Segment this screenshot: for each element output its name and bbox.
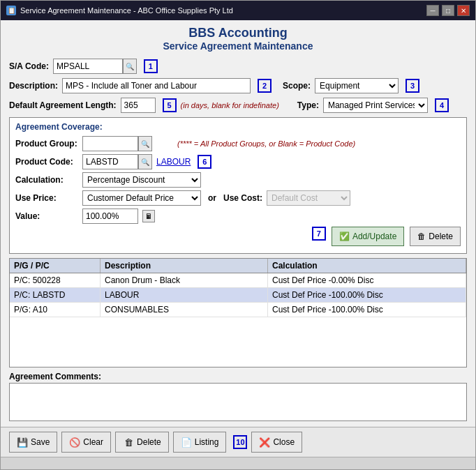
use-price-select[interactable]: Customer Default Price xyxy=(82,190,201,206)
title-bar: 📋 Service Agreement Maintenance - ABC Of… xyxy=(1,1,475,20)
delete-button[interactable]: 🗑 Delete xyxy=(115,432,169,453)
calculator-icon[interactable]: 🖩 xyxy=(142,210,155,222)
maximize-button[interactable]: □ xyxy=(442,5,454,16)
save-label: Save xyxy=(31,437,50,447)
agreement-coverage-section: Agreement Coverage: Product Group: 🔍 (**… xyxy=(9,117,467,254)
product-code-label: Product Code: xyxy=(15,157,78,167)
badge-3: 3 xyxy=(406,79,419,93)
sa-code-row: S/A Code: 🔍 1 xyxy=(9,59,467,74)
sa-code-label: S/A Code: xyxy=(9,61,49,71)
cell-desc-0: Canon Drum - Black xyxy=(101,273,268,287)
product-group-search-button[interactable]: 🔍 xyxy=(138,136,152,151)
calculation-select[interactable]: Percentage Discount xyxy=(82,172,201,188)
coverage-delete-button[interactable]: 🗑 Delete xyxy=(410,227,461,246)
cell-calc-2: Cust Def Price -100.00% Disc xyxy=(268,303,466,317)
default-length-label: Default Agreement Length: xyxy=(9,100,117,110)
clear-button[interactable]: 🚫 Clear xyxy=(61,432,111,453)
cell-calc-0: Cust Def Price -0.00% Disc xyxy=(268,273,466,287)
default-length-row: Default Agreement Length: 5 (in days, bl… xyxy=(9,98,467,113)
close-label: Close xyxy=(273,437,295,447)
table-body: P/C: 500228 Canon Drum - Black Cust Def … xyxy=(10,273,466,317)
table-row[interactable]: P/C: 500228 Canon Drum - Black Cust Def … xyxy=(10,273,466,288)
calculation-row: Calculation: Percentage Discount xyxy=(15,172,461,188)
description-label: Description: xyxy=(9,81,58,91)
scope-select[interactable]: Equipment xyxy=(315,78,399,93)
cell-pgpc-0: P/C: 500228 xyxy=(10,273,101,287)
default-length-note: (in days, blank for indefinate) xyxy=(181,101,279,109)
use-cost-select[interactable]: Default Cost xyxy=(267,190,350,206)
badge-2: 2 xyxy=(258,79,272,93)
col-calculation: Calculation xyxy=(268,259,466,273)
minimize-button[interactable]: ─ xyxy=(426,5,439,16)
coverage-note: (**** = All Product Groups, or Blank = P… xyxy=(177,139,355,148)
title-bar-left: 📋 Service Agreement Maintenance - ABC Of… xyxy=(6,6,233,15)
comments-textarea[interactable] xyxy=(9,383,467,421)
product-code-row: Product Code: 🔍 LABOUR 6 xyxy=(15,154,461,169)
sa-code-input[interactable] xyxy=(53,59,123,74)
product-code-input[interactable] xyxy=(82,154,138,169)
product-group-input-group: 🔍 xyxy=(82,136,152,151)
value-input[interactable] xyxy=(82,209,138,224)
table-row[interactable]: P/C: LABSTD LABOUR Cust Def Price -100.0… xyxy=(10,288,466,303)
value-label: Value: xyxy=(15,211,78,221)
product-group-label: Product Group: xyxy=(15,139,78,149)
value-row: Value: 🖩 xyxy=(15,209,461,224)
listing-icon: 📄 xyxy=(181,437,192,448)
badge-1: 1 xyxy=(144,59,158,73)
type-label: Type: xyxy=(297,100,319,110)
labour-link[interactable]: LABOUR xyxy=(156,157,191,167)
main-content: BBS Accounting Service Agreement Mainten… xyxy=(1,20,475,427)
product-code-search-button[interactable]: 🔍 xyxy=(138,154,152,169)
coverage-title: Agreement Coverage: xyxy=(15,122,461,132)
header: BBS Accounting Service Agreement Mainten… xyxy=(9,26,467,52)
cell-pgpc-2: P/G: A10 xyxy=(10,303,101,317)
save-icon: 💾 xyxy=(17,437,28,448)
badge-7: 7 xyxy=(312,227,326,241)
use-price-row: Use Price: Customer Default Price or Use… xyxy=(15,190,461,206)
sa-code-input-group: 🔍 xyxy=(53,59,137,74)
badge-6: 6 xyxy=(198,155,211,169)
listing-button[interactable]: 📄 Listing xyxy=(173,432,227,453)
footer-bar: 💾 Save 🚫 Clear 🗑 Delete 📄 Listing 10 ❌ C… xyxy=(1,427,475,457)
app-icon: 📋 xyxy=(6,6,16,15)
badge-10: 10 xyxy=(233,435,247,449)
add-update-label: Add/Update xyxy=(352,232,396,241)
listing-label: Listing xyxy=(195,437,219,447)
coverage-table: P/G / P/C Description Calculation P/C: 5… xyxy=(9,258,467,367)
col-pgpc: P/G / P/C xyxy=(10,259,101,273)
coverage-buttons-row: 7 ✅ Add/Update 🗑 Delete xyxy=(15,227,461,246)
close-window-button[interactable]: ✕ xyxy=(457,5,470,16)
cell-desc-2: CONSUMABLES xyxy=(101,303,268,317)
sa-code-search-button[interactable]: 🔍 xyxy=(123,59,137,74)
main-window: 📋 Service Agreement Maintenance - ABC Of… xyxy=(0,0,476,470)
or-text: or xyxy=(208,193,216,203)
description-row: Description: 2 Scope: Equipment 3 xyxy=(9,78,467,93)
status-bar xyxy=(1,457,475,469)
description-input[interactable] xyxy=(62,78,251,93)
coverage-delete-label: Delete xyxy=(429,232,453,241)
close-button[interactable]: ❌ Close xyxy=(251,432,302,453)
badge-4: 4 xyxy=(435,98,449,112)
comments-label: Agreement Comments: xyxy=(9,372,467,381)
type-select[interactable]: Managed Print Services xyxy=(323,98,428,113)
cell-calc-1: Cust Def Price -100.00% Disc xyxy=(268,288,466,302)
save-button[interactable]: 💾 Save xyxy=(9,432,57,453)
product-code-input-group: 🔍 xyxy=(82,154,152,169)
title-bar-controls: ─ □ ✕ xyxy=(426,5,470,16)
product-group-input[interactable] xyxy=(82,136,138,151)
product-group-row: Product Group: 🔍 (**** = All Product Gro… xyxy=(15,136,461,151)
calculation-label: Calculation: xyxy=(15,175,78,185)
add-update-button[interactable]: ✅ Add/Update xyxy=(332,227,404,246)
use-price-label: Use Price: xyxy=(15,193,78,203)
cell-desc-1: LABOUR xyxy=(101,288,268,302)
default-length-input[interactable] xyxy=(121,98,156,113)
delete-coverage-icon: 🗑 xyxy=(417,232,426,241)
col-description: Description xyxy=(101,259,268,273)
cell-pgpc-1: P/C: LABSTD xyxy=(10,288,101,302)
delete-label: Delete xyxy=(137,437,161,447)
footer-close-icon: ❌ xyxy=(259,437,270,448)
table-row[interactable]: P/G: A10 CONSUMABLES Cust Def Price -100… xyxy=(10,303,466,317)
clear-icon: 🚫 xyxy=(69,437,80,448)
scope-label: Scope: xyxy=(283,81,311,91)
comments-section: Agreement Comments: xyxy=(9,372,467,421)
